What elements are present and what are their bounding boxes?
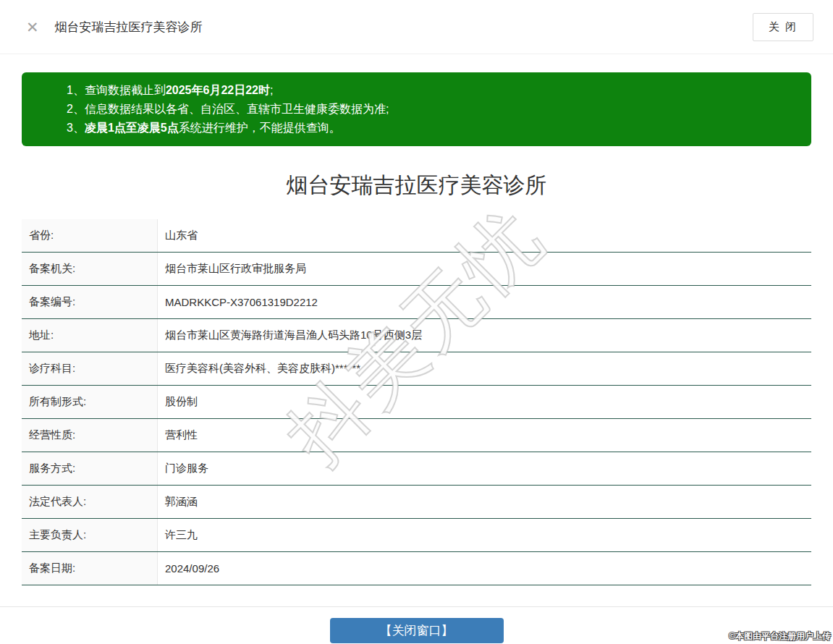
field-label: 备案日期: bbox=[22, 552, 158, 585]
field-value: 门诊服务 bbox=[158, 452, 811, 485]
field-value: 股份制 bbox=[158, 386, 811, 418]
field-label: 地址: bbox=[22, 319, 158, 352]
table-row-ownership: 所有制形式: 股份制 bbox=[22, 386, 811, 419]
table-row-principal: 主要负责人: 许三九 bbox=[22, 519, 811, 552]
field-label: 法定代表人: bbox=[22, 486, 158, 518]
field-value: 医疗美容科(美容外科、美容皮肤科)****** bbox=[158, 352, 811, 385]
table-row-filing-authority: 备案机关: 烟台市莱山区行政审批服务局 bbox=[22, 253, 811, 286]
field-value: MADRKKCP-X37061319D2212 bbox=[158, 286, 811, 318]
notice-box: 1、查询数据截止到2025年6月22日22时; 2、信息数据结果以各省、自治区、… bbox=[22, 72, 811, 146]
table-row-service-mode: 服务方式: 门诊服务 bbox=[22, 452, 811, 486]
close-button[interactable]: 关 闭 bbox=[753, 13, 813, 41]
table-row-filing-number: 备案编号: MADRKKCP-X37061319D2212 bbox=[22, 286, 811, 319]
field-value: 郭涵涵 bbox=[158, 486, 811, 518]
corner-copyright-watermark: ©本图由平台注册用户上传 bbox=[729, 630, 831, 643]
table-row-address: 地址: 烟台市莱山区黄海路街道海昌渔人码头路10号西侧3层 bbox=[22, 319, 811, 352]
footer-bar: 【关闭窗口】 bbox=[0, 606, 833, 643]
field-label: 主要负责人: bbox=[22, 519, 158, 551]
field-label: 备案机关: bbox=[22, 253, 158, 285]
notice-line-2: 2、信息数据结果以各省、自治区、直辖市卫生健康委数据为准; bbox=[67, 100, 797, 119]
table-row-departments: 诊疗科目: 医疗美容科(美容外科、美容皮肤科)****** bbox=[22, 352, 811, 386]
field-label: 服务方式: bbox=[22, 452, 158, 485]
page-title: 烟台安瑞吉拉医疗美容诊所 bbox=[0, 171, 833, 200]
table-row-filing-date: 备案日期: 2024/09/26 bbox=[22, 552, 811, 585]
field-value: 山东省 bbox=[158, 219, 811, 252]
field-value: 烟台市莱山区黄海路街道海昌渔人码头路10号西侧3层 bbox=[158, 319, 811, 352]
field-value: 营利性 bbox=[158, 419, 811, 452]
field-label: 经营性质: bbox=[22, 419, 158, 452]
table-row-province: 省份: 山东省 bbox=[22, 219, 811, 253]
field-label: 诊疗科目: bbox=[22, 352, 158, 385]
field-value: 2024/09/26 bbox=[158, 552, 811, 585]
info-table: 省份: 山东省 备案机关: 烟台市莱山区行政审批服务局 备案编号: MADRKK… bbox=[22, 219, 811, 585]
field-label: 省份: bbox=[22, 219, 158, 252]
table-row-legal-representative: 法定代表人: 郭涵涵 bbox=[22, 486, 811, 519]
field-label: 备案编号: bbox=[22, 286, 158, 318]
window-title: 烟台安瑞吉拉医疗美容诊所 bbox=[55, 19, 203, 35]
notice-line-3: 3、凌晨1点至凌晨5点系统进行维护，不能提供查询。 bbox=[67, 119, 797, 137]
close-window-button[interactable]: 【关闭窗口】 bbox=[330, 618, 504, 643]
notice-line-1: 1、查询数据截止到2025年6月22日22时; bbox=[67, 81, 797, 100]
field-label: 所有制形式: bbox=[22, 386, 158, 418]
field-value: 许三九 bbox=[158, 519, 811, 551]
close-x-icon[interactable]: ✕ bbox=[26, 20, 39, 35]
table-row-business-nature: 经营性质: 营利性 bbox=[22, 419, 811, 452]
field-value: 烟台市莱山区行政审批服务局 bbox=[158, 253, 811, 285]
top-bar: ✕ 烟台安瑞吉拉医疗美容诊所 关 闭 bbox=[0, 0, 833, 54]
